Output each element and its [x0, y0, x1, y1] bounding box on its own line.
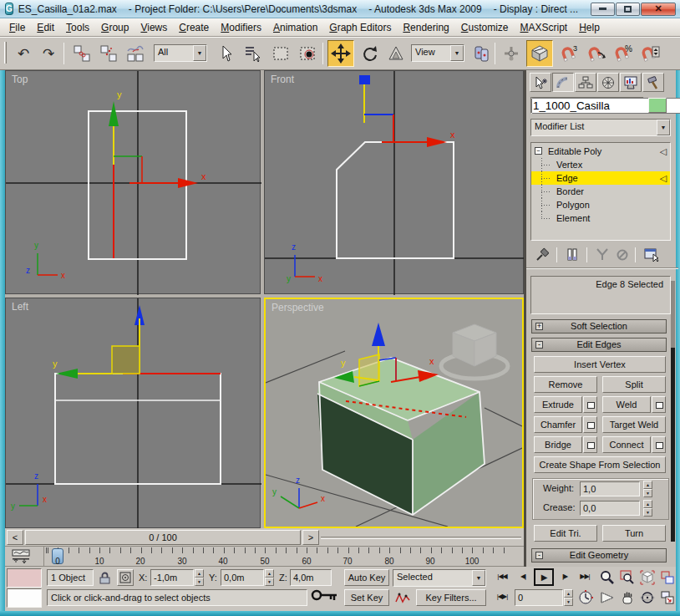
menu-group[interactable]: Group [95, 19, 134, 36]
set-key-button[interactable]: Set Key [344, 589, 389, 606]
bridge-button[interactable]: Bridge [534, 436, 582, 453]
stack-item-border[interactable]: Border [531, 185, 670, 198]
panel-scrollbar[interactable] [671, 281, 675, 542]
unlink-selection-button[interactable] [97, 42, 120, 65]
viewport-front[interactable]: Front x z y x [264, 70, 524, 294]
z-coordinate-field[interactable] [290, 569, 332, 586]
stack-item-element[interactable]: Element [531, 211, 670, 225]
zoom-all-button[interactable] [618, 569, 636, 585]
maximize-viewport-toggle-button[interactable] [658, 589, 676, 605]
spin-down-icon[interactable]: ▼ [564, 598, 573, 606]
viewport-perspective[interactable]: Perspective y [264, 298, 524, 528]
menu-help[interactable]: Help [573, 19, 606, 36]
target-weld-button[interactable]: Target Weld [602, 416, 666, 433]
menu-rendering[interactable]: Rendering [397, 19, 454, 36]
snaps-toggle-button[interactable] [526, 40, 553, 67]
object-color-swatch[interactable] [648, 98, 667, 113]
tab-create[interactable] [530, 73, 551, 92]
stack-item-vertex[interactable]: Vertex [531, 158, 670, 171]
spin-down-icon[interactable]: ▼ [265, 578, 274, 586]
minimize-button[interactable] [591, 3, 615, 16]
next-frame-button[interactable]: |▶ [556, 569, 573, 585]
menu-modifiers[interactable]: Modifiers [215, 19, 267, 36]
frame-spinner[interactable]: ▲▼ [564, 589, 573, 606]
maximize-button[interactable] [616, 3, 640, 16]
stack-item-edge-selected[interactable]: Edge ◁ [531, 171, 670, 185]
go-to-end-button[interactable]: ▶▶| [576, 569, 594, 585]
y-input[interactable] [221, 570, 263, 585]
use-pivot-point-center-button[interactable] [469, 42, 493, 65]
arc-rotate-button[interactable] [638, 589, 656, 605]
rollout-soft-selection[interactable]: + Soft Selection [531, 319, 667, 333]
field-of-view-button[interactable] [598, 589, 616, 605]
spin-up-icon[interactable]: ▲ [643, 500, 652, 508]
snap-3d-button[interactable]: 3 [558, 42, 581, 65]
menu-create[interactable]: Create [173, 19, 215, 36]
toolbar-grip[interactable] [4, 42, 7, 64]
menu-maxscript[interactable]: MAXScript [515, 19, 574, 36]
frame-input[interactable] [515, 590, 562, 605]
close-button[interactable]: ✕ [641, 3, 676, 16]
crease-spinner[interactable]: ▲ ▼ [643, 500, 652, 517]
spin-up-icon[interactable]: ▲ [195, 569, 204, 578]
maxscript-mini-listener-pink[interactable] [7, 568, 42, 588]
spin-up-icon[interactable]: ▲ [564, 589, 573, 598]
tab-utilities[interactable] [642, 73, 664, 92]
panel-scrollbar-thumb[interactable] [671, 281, 675, 348]
percent-snap-button[interactable]: % [611, 42, 635, 65]
x-coordinate-field[interactable] [150, 569, 194, 586]
key-mode-toggle-button[interactable]: |◀▶| [493, 589, 511, 605]
reference-coordinate-system-dropdown[interactable]: View ▼ [411, 44, 464, 62]
x-input[interactable] [151, 570, 193, 585]
key-filters-button[interactable]: Key Filters... [416, 589, 486, 606]
connect-settings-button[interactable] [652, 436, 666, 453]
track-bar-ruler[interactable]: 0 10 20 30 40 50 60 70 80 90 100 [43, 547, 521, 567]
spin-up-icon[interactable]: ▲ [643, 481, 652, 489]
crease-input[interactable] [581, 501, 639, 515]
weld-settings-button[interactable] [652, 396, 666, 413]
previous-frame-button[interactable]: ◀| [515, 569, 531, 585]
viewport-left[interactable]: Left y z y x [5, 298, 261, 528]
selection-filter-dropdown[interactable]: All ▼ [154, 44, 207, 62]
weight-field[interactable] [580, 481, 640, 496]
play-button[interactable]: ▶ [534, 568, 554, 586]
next-frame-slider-button[interactable]: > [302, 530, 319, 545]
show-in-viewport-icon[interactable]: ◁ [660, 145, 667, 158]
collapse-icon[interactable]: − [535, 147, 542, 155]
crease-field[interactable] [580, 501, 640, 516]
modifier-list-dropdown[interactable]: Modifier List ▼ [530, 119, 671, 136]
stack-item-editable-poly[interactable]: − Editable Poly ◁ [531, 145, 670, 158]
tab-display[interactable] [620, 73, 642, 92]
viewport-top[interactable]: Top y x y x z [5, 70, 261, 294]
zoom-extents-all-button[interactable] [658, 569, 676, 585]
absolute-mode-toggle-button[interactable] [117, 569, 134, 586]
zoom-extents-button[interactable] [638, 569, 656, 585]
extrude-settings-button[interactable] [583, 396, 597, 413]
show-end-result-icon[interactable] [565, 247, 580, 262]
redo-button[interactable]: ↷ [37, 42, 60, 65]
y-coordinate-field[interactable] [221, 569, 264, 586]
spin-down-icon[interactable]: ▼ [643, 508, 652, 517]
x-spinner[interactable]: ▲▼ [195, 569, 204, 586]
object-name-field[interactable] [530, 97, 644, 114]
key-mode-dropdown[interactable]: Selected ▼ [393, 569, 486, 587]
time-slider-handle[interactable]: 0 / 100 [25, 530, 301, 545]
tab-modify[interactable] [552, 73, 574, 92]
weight-spinner[interactable]: ▲ ▼ [643, 481, 652, 497]
go-to-start-button[interactable]: |◀◀ [493, 569, 511, 585]
select-and-rotate-button[interactable] [358, 42, 381, 65]
current-frame-field[interactable] [515, 589, 563, 606]
configure-modifier-sets-icon[interactable] [643, 247, 660, 262]
rollout-edit-edges[interactable]: - Edit Edges [531, 338, 667, 352]
weight-input[interactable] [581, 482, 639, 496]
pan-button[interactable] [618, 589, 636, 605]
edit-tri-button[interactable]: Edit Tri. [534, 525, 597, 542]
menu-graph-editors[interactable]: Graph Editors [323, 19, 397, 36]
open-mini-curve-editor-icon[interactable] [12, 549, 32, 564]
spin-down-icon[interactable]: ▼ [643, 489, 652, 497]
undo-button[interactable]: ↶ [12, 42, 35, 65]
zoom-button[interactable] [598, 569, 616, 585]
select-by-name-button[interactable] [241, 42, 264, 65]
select-and-link-button[interactable] [70, 42, 94, 65]
menu-edit[interactable]: Edit [31, 19, 60, 36]
